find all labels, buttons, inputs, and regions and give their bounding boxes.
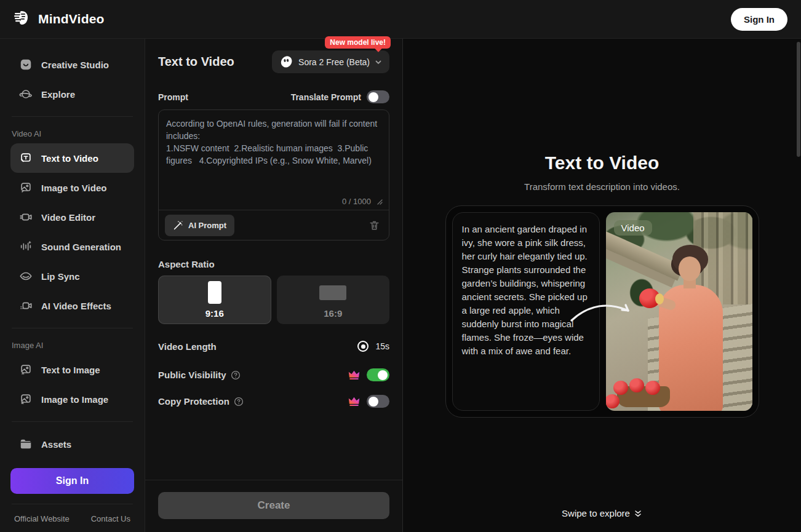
ai-video-effects-icon (19, 299, 33, 312)
translate-toggle[interactable] (367, 90, 389, 103)
mindvideo-logo-icon (14, 9, 32, 30)
prompt-label: Prompt (158, 92, 188, 102)
sidebar-item-explore[interactable]: Explore (10, 79, 134, 109)
video-length-value: 15s (375, 341, 389, 351)
example-video-thumbnail[interactable]: Video (606, 212, 752, 411)
public-visibility-toggle[interactable] (367, 368, 389, 381)
char-counter: 0 / 1000 (342, 197, 371, 206)
brand[interactable]: MindVideo (14, 9, 105, 30)
ratio-label: 9:16 (205, 308, 224, 319)
sidebar-divider (12, 421, 133, 422)
sidebar: Creative Studio Explore Video AI Text to… (0, 39, 145, 532)
model-select-dropdown[interactable]: Sora 2 Free (Beta) (272, 50, 389, 73)
image-to-image-icon (19, 392, 33, 406)
ratio-label: 16:9 (324, 308, 342, 319)
ai-prompt-label: AI Prompt (188, 221, 226, 230)
sidebar-sign-in-button[interactable]: Sign In (10, 468, 134, 494)
double-chevron-down-icon (634, 509, 642, 518)
video-length-radio[interactable] (357, 341, 369, 352)
sidebar-item-label: Text to Image (41, 365, 100, 375)
create-button[interactable]: Create (158, 492, 389, 519)
sidebar-item-label: Assets (41, 439, 71, 450)
swipe-to-explore[interactable]: Swipe to explore (562, 508, 642, 518)
sidebar-divider (12, 116, 133, 117)
help-icon[interactable] (234, 397, 244, 407)
composer-panel: Text to Video New model live! Sora 2 Fre… (145, 39, 403, 532)
aspect-ratio-9-16[interactable]: 9:16 (158, 276, 271, 324)
video-badge: Video (614, 220, 652, 236)
sidebar-item-label: Explore (41, 89, 75, 100)
aspect-ratio-label: Aspect Ratio (158, 259, 389, 269)
assets-folder-icon (19, 437, 33, 451)
text-to-video-icon (19, 151, 33, 165)
crown-icon (348, 370, 360, 380)
video-editor-icon (19, 210, 33, 224)
showcase-title: Text to Video (545, 153, 660, 173)
sidebar-item-ai-video-effects[interactable]: AI Video Effects (10, 291, 134, 320)
chevron-down-icon (375, 58, 382, 66)
top-bar: MindVideo Sign In (0, 0, 801, 39)
ai-prompt-button[interactable]: AI Prompt (165, 215, 234, 236)
model-name: Sora 2 Free (Beta) (298, 57, 370, 67)
example-card[interactable]: In an ancient garden draped in ivy, she … (445, 205, 759, 418)
sidebar-item-text-to-image[interactable]: Text to Image (10, 355, 134, 384)
sidebar-item-image-to-image[interactable]: Image to Image (10, 384, 134, 414)
clear-prompt-button[interactable] (366, 217, 383, 234)
sidebar-item-label: Image to Image (41, 394, 108, 405)
sidebar-item-assets[interactable]: Assets (10, 429, 134, 459)
translate-prompt-label: Translate Prompt (291, 92, 361, 102)
topbar-sign-in-button[interactable]: Sign In (731, 8, 787, 31)
image-to-video-icon (19, 181, 33, 194)
magic-wand-icon (173, 220, 183, 231)
sidebar-item-label: Video Editor (41, 212, 95, 223)
brand-name: MindVideo (38, 12, 105, 26)
sidebar-item-label: Lip Sync (41, 271, 80, 282)
sidebar-section-image-ai: Image AI (12, 341, 133, 350)
video-length-label: Video Length (158, 341, 217, 352)
prompt-input-container: According to OpenAI rules, generation wi… (158, 109, 389, 240)
copy-protection-label: Copy Protection (158, 396, 229, 407)
official-website-link[interactable]: Official Website (14, 514, 70, 523)
copy-protection-toggle[interactable] (367, 395, 389, 408)
sora-cloud-face-icon (279, 55, 293, 69)
showcase-panel: Text to Video Transform text description… (403, 39, 801, 532)
sidebar-item-sound-generation[interactable]: Sound Generation (10, 232, 134, 261)
swipe-label: Swipe to explore (562, 508, 630, 518)
lip-sync-icon (19, 269, 33, 283)
public-visibility-label: Public Visibility (158, 370, 226, 380)
trash-icon (369, 220, 380, 231)
aspect-ratio-16-9[interactable]: 16:9 (277, 276, 390, 324)
sidebar-item-label: Sound Generation (41, 242, 121, 252)
sidebar-item-label: Text to Video (41, 153, 98, 164)
sidebar-item-text-to-video[interactable]: Text to Video (10, 143, 134, 173)
composer-title: Text to Video (158, 55, 234, 69)
explore-planet-icon (19, 87, 33, 101)
sidebar-section-video-ai: Video AI (12, 129, 133, 138)
prompt-input[interactable]: According to OpenAI rules, generation wi… (159, 110, 389, 197)
example-prompt-text: In an ancient garden draped in ivy, she … (452, 212, 600, 411)
help-icon[interactable] (231, 370, 241, 380)
new-model-badge: New model live! (325, 36, 391, 49)
creative-studio-icon (19, 58, 33, 71)
sidebar-item-creative-studio[interactable]: Creative Studio (10, 50, 134, 79)
sidebar-item-video-editor[interactable]: Video Editor (10, 202, 134, 232)
sidebar-item-label: Creative Studio (41, 60, 109, 70)
page-scrollbar[interactable] (797, 42, 800, 157)
resize-handle-icon[interactable] (376, 198, 383, 205)
crown-icon (348, 396, 360, 407)
showcase-subtitle: Transform text description into videos. (524, 181, 680, 192)
landscape-ratio-icon (319, 285, 346, 300)
portrait-ratio-icon (208, 281, 221, 304)
text-to-image-icon (19, 363, 33, 376)
sidebar-item-label: Image to Video (41, 183, 106, 193)
contact-us-link[interactable]: Contact Us (91, 514, 130, 523)
sidebar-divider (12, 328, 133, 328)
sound-generation-icon (19, 240, 33, 253)
sidebar-item-lip-sync[interactable]: Lip Sync (10, 261, 134, 291)
sidebar-item-image-to-video[interactable]: Image to Video (10, 173, 134, 202)
sidebar-item-label: AI Video Effects (41, 301, 111, 311)
